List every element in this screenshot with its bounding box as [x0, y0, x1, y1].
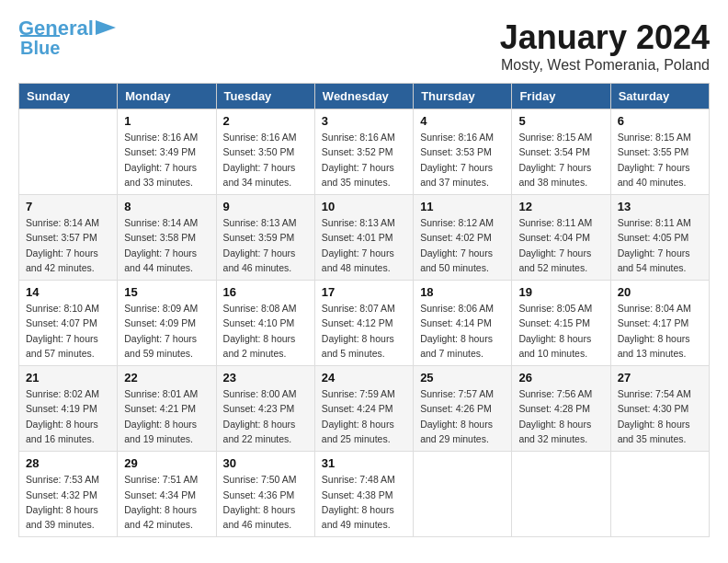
day-number: 29: [124, 456, 209, 470]
day-number: 18: [420, 285, 505, 299]
header-day-monday: Monday: [118, 84, 216, 109]
cell-info: Sunrise: 8:11 AMSunset: 4:04 PMDaylight:…: [518, 215, 603, 275]
cell-info: Sunrise: 7:59 AMSunset: 4:24 PMDaylight:…: [322, 386, 406, 446]
day-number: 10: [322, 200, 406, 213]
day-number: 25: [420, 371, 505, 385]
day-number: 15: [124, 285, 209, 299]
calendar-body: 1Sunrise: 8:16 AMSunset: 3:49 PMDaylight…: [19, 109, 710, 537]
day-number: 24: [322, 371, 406, 385]
week-row-2: 7Sunrise: 8:14 AMSunset: 3:57 PMDaylight…: [19, 195, 710, 281]
day-number: 30: [223, 456, 308, 470]
calendar-cell: [19, 109, 118, 195]
cell-info: Sunrise: 8:11 AMSunset: 4:05 PMDaylight:…: [618, 215, 702, 275]
logo-blue-text: Blue: [20, 35, 60, 57]
day-number: 14: [26, 285, 110, 299]
day-number: 7: [26, 200, 110, 213]
cell-info: Sunrise: 8:02 AMSunset: 4:19 PMDaylight:…: [26, 386, 110, 446]
day-number: 23: [223, 371, 308, 385]
calendar-cell: 3Sunrise: 8:16 AMSunset: 3:52 PMDaylight…: [314, 109, 413, 195]
calendar-cell: 29Sunrise: 7:51 AMSunset: 4:34 PMDayligh…: [118, 452, 216, 537]
day-number: 4: [420, 114, 505, 128]
page-header: General Blue January 2024 Mosty, West Po…: [18, 18, 710, 74]
week-row-5: 28Sunrise: 7:53 AMSunset: 4:32 PMDayligh…: [19, 452, 710, 537]
day-number: 9: [223, 200, 308, 213]
cell-info: Sunrise: 7:53 AMSunset: 4:32 PMDaylight:…: [26, 472, 110, 532]
day-number: 17: [322, 285, 406, 299]
cell-info: Sunrise: 8:05 AMSunset: 4:15 PMDaylight:…: [518, 301, 603, 361]
month-title: January 2024: [500, 18, 710, 57]
day-number: 13: [618, 200, 702, 213]
day-number: 3: [322, 114, 406, 128]
logo-arrow-icon: [96, 18, 116, 37]
cell-info: Sunrise: 8:01 AMSunset: 4:21 PMDaylight:…: [124, 386, 209, 446]
calendar-cell: 13Sunrise: 8:11 AMSunset: 4:05 PMDayligh…: [610, 195, 709, 281]
header-day-tuesday: Tuesday: [216, 84, 314, 109]
calendar-cell: 16Sunrise: 8:08 AMSunset: 4:10 PMDayligh…: [216, 281, 314, 366]
day-number: 1: [124, 114, 209, 128]
cell-info: Sunrise: 8:06 AMSunset: 4:14 PMDaylight:…: [420, 301, 505, 361]
day-number: 6: [618, 114, 702, 128]
header-day-wednesday: Wednesday: [314, 84, 413, 109]
calendar-cell: 5Sunrise: 8:15 AMSunset: 3:54 PMDaylight…: [512, 109, 610, 195]
calendar-cell: 21Sunrise: 8:02 AMSunset: 4:19 PMDayligh…: [19, 366, 118, 452]
calendar-cell: 20Sunrise: 8:04 AMSunset: 4:17 PMDayligh…: [610, 281, 709, 366]
calendar-cell: 28Sunrise: 7:53 AMSunset: 4:32 PMDayligh…: [19, 452, 118, 537]
title-block: January 2024 Mosty, West Pomerania, Pola…: [500, 18, 710, 74]
calendar-cell: 2Sunrise: 8:16 AMSunset: 3:50 PMDaylight…: [216, 109, 314, 195]
day-number: 2: [223, 114, 308, 128]
calendar-table: SundayMondayTuesdayWednesdayThursdayFrid…: [18, 83, 710, 537]
header-day-thursday: Thursday: [414, 84, 512, 109]
calendar-cell: 6Sunrise: 8:15 AMSunset: 3:55 PMDaylight…: [610, 109, 709, 195]
cell-info: Sunrise: 8:14 AMSunset: 3:58 PMDaylight:…: [124, 215, 209, 275]
calendar-cell: 7Sunrise: 8:14 AMSunset: 3:57 PMDaylight…: [19, 195, 118, 281]
header-day-sunday: Sunday: [19, 84, 118, 109]
calendar-cell: 25Sunrise: 7:57 AMSunset: 4:26 PMDayligh…: [414, 366, 512, 452]
svg-marker-0: [96, 20, 116, 35]
day-number: 22: [124, 371, 209, 385]
calendar-cell: 14Sunrise: 8:10 AMSunset: 4:07 PMDayligh…: [19, 281, 118, 366]
calendar-cell: [610, 452, 709, 537]
calendar-cell: 31Sunrise: 7:48 AMSunset: 4:38 PMDayligh…: [314, 452, 413, 537]
calendar-cell: 11Sunrise: 8:12 AMSunset: 4:02 PMDayligh…: [414, 195, 512, 281]
cell-info: Sunrise: 8:00 AMSunset: 4:23 PMDaylight:…: [223, 386, 308, 446]
cell-info: Sunrise: 8:15 AMSunset: 3:54 PMDaylight:…: [518, 130, 603, 190]
day-number: 26: [518, 371, 603, 385]
calendar-cell: 17Sunrise: 8:07 AMSunset: 4:12 PMDayligh…: [314, 281, 413, 366]
cell-info: Sunrise: 8:16 AMSunset: 3:49 PMDaylight:…: [124, 130, 209, 190]
cell-info: Sunrise: 8:08 AMSunset: 4:10 PMDaylight:…: [223, 301, 308, 361]
logo: General Blue: [18, 18, 116, 57]
header-row: SundayMondayTuesdayWednesdayThursdayFrid…: [19, 84, 710, 109]
cell-info: Sunrise: 7:51 AMSunset: 4:34 PMDaylight:…: [124, 472, 209, 532]
calendar-cell: 10Sunrise: 8:13 AMSunset: 4:01 PMDayligh…: [314, 195, 413, 281]
header-day-saturday: Saturday: [610, 84, 709, 109]
day-number: 5: [518, 114, 603, 128]
calendar-cell: 12Sunrise: 8:11 AMSunset: 4:04 PMDayligh…: [512, 195, 610, 281]
calendar-cell: 15Sunrise: 8:09 AMSunset: 4:09 PMDayligh…: [118, 281, 216, 366]
cell-info: Sunrise: 8:09 AMSunset: 4:09 PMDaylight:…: [124, 301, 209, 361]
cell-info: Sunrise: 7:50 AMSunset: 4:36 PMDaylight:…: [223, 472, 308, 532]
cell-info: Sunrise: 7:56 AMSunset: 4:28 PMDaylight:…: [518, 386, 603, 446]
week-row-4: 21Sunrise: 8:02 AMSunset: 4:19 PMDayligh…: [19, 366, 710, 452]
cell-info: Sunrise: 7:48 AMSunset: 4:38 PMDaylight:…: [322, 472, 406, 532]
day-number: 16: [223, 285, 308, 299]
cell-info: Sunrise: 8:14 AMSunset: 3:57 PMDaylight:…: [26, 215, 110, 275]
cell-info: Sunrise: 8:07 AMSunset: 4:12 PMDaylight:…: [322, 301, 406, 361]
calendar-cell: 8Sunrise: 8:14 AMSunset: 3:58 PMDaylight…: [118, 195, 216, 281]
cell-info: Sunrise: 8:04 AMSunset: 4:17 PMDaylight:…: [618, 301, 702, 361]
calendar-cell: [512, 452, 610, 537]
calendar-cell: 4Sunrise: 8:16 AMSunset: 3:53 PMDaylight…: [414, 109, 512, 195]
day-number: 21: [26, 371, 110, 385]
calendar-cell: 9Sunrise: 8:13 AMSunset: 3:59 PMDaylight…: [216, 195, 314, 281]
day-number: 20: [618, 285, 702, 299]
cell-info: Sunrise: 8:16 AMSunset: 3:50 PMDaylight:…: [223, 130, 308, 190]
cell-info: Sunrise: 8:13 AMSunset: 3:59 PMDaylight:…: [223, 215, 308, 275]
header-day-friday: Friday: [512, 84, 610, 109]
calendar-cell: 18Sunrise: 8:06 AMSunset: 4:14 PMDayligh…: [414, 281, 512, 366]
calendar-cell: [414, 452, 512, 537]
calendar-header: SundayMondayTuesdayWednesdayThursdayFrid…: [19, 84, 710, 109]
calendar-cell: 27Sunrise: 7:54 AMSunset: 4:30 PMDayligh…: [610, 366, 709, 452]
cell-info: Sunrise: 8:16 AMSunset: 3:52 PMDaylight:…: [322, 130, 406, 190]
week-row-1: 1Sunrise: 8:16 AMSunset: 3:49 PMDaylight…: [19, 109, 710, 195]
cell-info: Sunrise: 7:54 AMSunset: 4:30 PMDaylight:…: [618, 386, 702, 446]
day-number: 11: [420, 200, 505, 213]
